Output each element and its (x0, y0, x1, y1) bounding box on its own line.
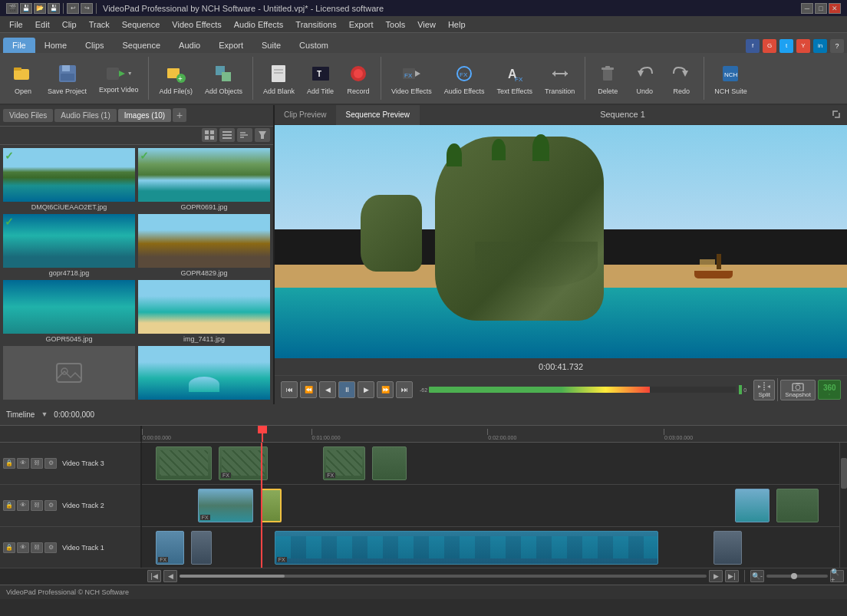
next-frame-button[interactable]: ⏩ (377, 381, 394, 398)
step-back-button[interactable]: ◀ (319, 381, 336, 398)
snapshot-button[interactable]: Snapshot (780, 380, 816, 400)
tl-go-start[interactable]: |◀ (147, 570, 161, 582)
media-item-5[interactable]: GOPR5045.jpg (3, 280, 135, 343)
tab-export[interactable]: Export (209, 38, 252, 53)
track3-eye[interactable]: 👁 (17, 458, 29, 469)
track1-clip1[interactable]: FX (156, 531, 183, 565)
tl-scroll-thumb[interactable] (180, 575, 285, 578)
new-icon[interactable]: 🎬 (6, 3, 18, 14)
maximize-button[interactable]: □ (815, 3, 827, 14)
step-fwd-button[interactable]: ▶ (358, 381, 374, 398)
zoom-slider[interactable] (766, 575, 828, 578)
social-icon-5[interactable]: in (813, 39, 827, 53)
audio-effects-button[interactable]: FX Audio Effects (440, 58, 489, 98)
prev-frame-button[interactable]: ⏪ (300, 381, 317, 398)
help-icon[interactable]: ? (830, 39, 844, 53)
record-button[interactable]: Record (341, 58, 375, 98)
tab-file[interactable]: File (3, 38, 35, 53)
tl-zoom-in[interactable]: ▶ (709, 570, 723, 582)
tab-video-files[interactable]: Video Files (3, 109, 53, 122)
transition-button[interactable]: Transition (540, 58, 579, 98)
play-pause-button[interactable]: ⏸ (338, 381, 355, 398)
media-sort-toggle[interactable] (237, 128, 252, 142)
add-tab-button[interactable]: + (173, 108, 186, 122)
social-icon-4[interactable]: Y (796, 39, 810, 53)
tab-suite[interactable]: Suite (252, 38, 290, 53)
media-item-6[interactable]: img_7411.jpg (138, 280, 270, 343)
social-icon-1[interactable]: f (746, 39, 760, 53)
go-start-button[interactable]: ⏮ (281, 381, 298, 398)
delete-button[interactable]: Delete (591, 58, 625, 98)
track2-link[interactable]: ⛓ (31, 500, 43, 511)
menu-export[interactable]: Export (343, 16, 380, 33)
media-list-toggle[interactable] (219, 128, 235, 142)
track2-lock[interactable]: 🔒 (3, 500, 15, 511)
expand-preview-button[interactable] (826, 105, 847, 124)
add-files-button[interactable]: + Add File(s) (154, 58, 197, 98)
minimize-button[interactable]: ─ (801, 3, 813, 14)
btn-360[interactable]: 360 ° (818, 380, 841, 400)
text-effects-button[interactable]: AFX Text Effects (493, 58, 537, 98)
media-item-4[interactable]: GOPR4829.jpg (138, 214, 270, 277)
track1-clip4[interactable] (714, 531, 741, 565)
split-button[interactable]: Split (753, 380, 775, 400)
track2-eye[interactable]: 👁 (17, 500, 29, 511)
scrollbar-thumb[interactable] (841, 458, 847, 489)
timeline-scrollbar[interactable] (839, 443, 847, 568)
save-icon[interactable]: 💾 (20, 3, 32, 14)
tl-go-end[interactable]: ▶| (725, 570, 739, 582)
tab-clips[interactable]: Clips (76, 38, 113, 53)
tab-custom[interactable]: Custom (290, 38, 338, 53)
tab-images[interactable]: Images (10) (118, 109, 171, 122)
media-item-8[interactable] (138, 346, 270, 401)
clip-preview-tab[interactable]: Clip Preview (275, 105, 337, 125)
track1-gear[interactable]: ⚙ (44, 542, 57, 553)
track3-clip4[interactable] (372, 446, 407, 480)
add-objects-button[interactable]: Add Objects (200, 58, 247, 98)
menu-tools[interactable]: Tools (380, 16, 412, 33)
media-item-7[interactable] (3, 346, 135, 401)
open-button[interactable]: Open (6, 58, 40, 98)
track2-clip4[interactable] (776, 489, 819, 522)
close-button[interactable]: ✕ (829, 3, 841, 14)
timeline-dropdown[interactable]: ▼ (41, 410, 48, 418)
zoom-handle[interactable] (791, 573, 797, 579)
menu-sequence[interactable]: Sequence (116, 16, 166, 33)
track2-gear[interactable]: ⚙ (44, 500, 57, 511)
menu-help[interactable]: Help (442, 16, 472, 33)
add-title-button[interactable]: T Add Title (302, 58, 338, 98)
redo-button[interactable]: Redo (664, 58, 698, 98)
export-video-button[interactable]: ▼ Export Video (94, 60, 143, 97)
media-filter-toggle[interactable] (255, 128, 270, 142)
tab-home[interactable]: Home (35, 38, 76, 53)
track1-link[interactable]: ⛓ (31, 542, 43, 553)
track3-link[interactable]: ⛓ (31, 458, 43, 469)
tl-scroll-track[interactable] (180, 575, 707, 578)
tl-zoom-plus[interactable]: 🔍+ (830, 570, 844, 582)
track3-clip3[interactable]: FX (323, 446, 365, 480)
tab-sequence[interactable]: Sequence (114, 38, 170, 53)
media-item-1[interactable]: ✓ DMQt6CiUEAAO2ET.jpg (3, 148, 135, 211)
undo-button[interactable]: Undo (628, 58, 661, 98)
menu-audio-effects[interactable]: Audio Effects (228, 16, 290, 33)
menu-video-effects[interactable]: Video Effects (166, 16, 227, 33)
video-effects-button[interactable]: FX Video Effects (387, 58, 437, 98)
tl-zoom-out[interactable]: ◀ (163, 570, 177, 582)
add-blank-button[interactable]: Add Blank (259, 58, 299, 98)
menu-transitions[interactable]: Transitions (289, 16, 342, 33)
tab-audio[interactable]: Audio (170, 38, 209, 53)
menu-view[interactable]: View (411, 16, 442, 33)
track1-eye[interactable]: 👁 (17, 542, 29, 553)
open-icon[interactable]: 📂 (34, 3, 46, 14)
seq-preview-tab[interactable]: Sequence Preview (337, 105, 420, 125)
track3-clip1[interactable] (156, 446, 212, 480)
track2-clip2[interactable] (261, 489, 282, 522)
social-icon-3[interactable]: t (779, 39, 793, 53)
undo-icon[interactable]: ↩ (67, 3, 79, 14)
tab-audio-files[interactable]: Audio Files (1) (54, 109, 116, 122)
redo-icon[interactable]: ↪ (81, 3, 93, 14)
track2-clip3[interactable] (735, 489, 770, 522)
save-project-button[interactable]: Save Project (43, 58, 91, 98)
menu-edit[interactable]: Edit (29, 16, 56, 33)
tl-zoom-minus[interactable]: 🔍- (750, 570, 764, 582)
